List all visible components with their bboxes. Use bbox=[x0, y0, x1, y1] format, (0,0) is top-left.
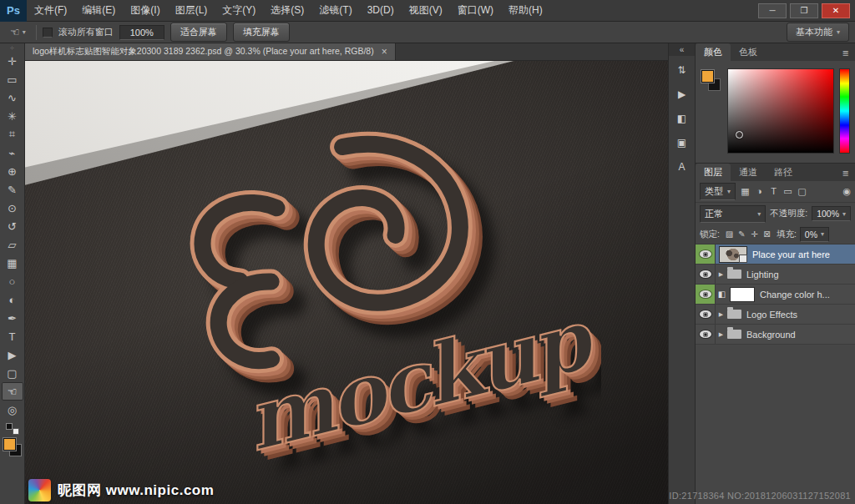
shape-filter-icon[interactable]: ▭ bbox=[781, 186, 795, 197]
menu-item[interactable]: 选择(S) bbox=[263, 0, 311, 21]
menu-item[interactable]: 视图(V) bbox=[402, 0, 450, 21]
panel-color-swatches bbox=[701, 68, 722, 155]
lock-pixels-icon[interactable]: ✎ bbox=[736, 229, 748, 239]
lock-transparency-icon[interactable]: ▨ bbox=[723, 229, 736, 239]
history-brush-tool[interactable]: ↺ bbox=[2, 217, 23, 235]
default-bg-chip bbox=[13, 428, 19, 435]
filter-toggle-icon[interactable]: ◉ bbox=[842, 186, 851, 197]
workspace-switcher[interactable]: 基本功能 ▾ bbox=[787, 23, 849, 42]
hand-tool[interactable]: ☜ bbox=[2, 382, 23, 401]
panel-menu-icon[interactable]: ≣ bbox=[837, 48, 855, 61]
layer-list: Place your art here▶Lighting◧Change colo… bbox=[696, 244, 855, 504]
zoom-tool[interactable]: ◎ bbox=[2, 401, 23, 419]
canvas-viewport[interactable]: mockup mockup mockup mockup mockup bbox=[25, 61, 668, 504]
eyedropper-tool[interactable]: ⌁ bbox=[2, 144, 23, 162]
document-tab[interactable]: logo样机标志贴图智能对象20300 3189 2362.psd @ 30.3… bbox=[25, 43, 396, 60]
visibility-toggle[interactable] bbox=[696, 325, 716, 344]
maximize-button[interactable]: ❐ bbox=[790, 3, 818, 18]
shape-tool[interactable]: ▢ bbox=[2, 364, 23, 382]
layer-kind-filter[interactable]: 类型 ▾ bbox=[700, 183, 736, 200]
fill-field[interactable]: 0% ▾ bbox=[800, 227, 829, 242]
layer-row[interactable]: Place your art here bbox=[696, 244, 855, 265]
fill-screen-button[interactable]: 填充屏幕 bbox=[233, 23, 290, 42]
type-filter-icon[interactable]: T bbox=[766, 186, 781, 197]
brush-tool[interactable]: ✎ bbox=[2, 180, 23, 199]
lock-position-icon[interactable]: ✛ bbox=[748, 229, 761, 239]
healing-brush-tool[interactable]: ⊕ bbox=[2, 162, 23, 180]
actions-panel-icon[interactable]: ▶ bbox=[671, 84, 693, 104]
visibility-toggle[interactable] bbox=[696, 305, 716, 324]
visibility-toggle[interactable] bbox=[696, 285, 716, 304]
path-selection-tool[interactable]: ▶ bbox=[2, 345, 23, 364]
gradient-tool[interactable]: ▦ bbox=[2, 254, 23, 272]
layers-panel-tab[interactable]: 图层 bbox=[696, 164, 731, 181]
smart-object-thumbnail[interactable] bbox=[719, 246, 747, 263]
fit-screen-button[interactable]: 适合屏幕 bbox=[170, 23, 227, 42]
menu-item[interactable]: 编辑(E) bbox=[74, 0, 123, 21]
scroll-all-windows-checkbox[interactable] bbox=[43, 28, 53, 38]
layer-row[interactable]: ◧Change color h... bbox=[696, 285, 855, 305]
adjustment-filter-icon[interactable]: ◑ bbox=[752, 186, 766, 197]
close-tab-icon[interactable]: × bbox=[382, 47, 387, 57]
color-cursor[interactable] bbox=[736, 131, 743, 139]
visibility-toggle[interactable] bbox=[696, 265, 716, 284]
styles-panel-icon[interactable]: ▣ bbox=[671, 133, 693, 153]
move-tool[interactable]: ✛ bbox=[2, 52, 23, 70]
foreground-color-swatch[interactable] bbox=[701, 70, 714, 83]
layers-panel-tab[interactable]: 路径 bbox=[766, 164, 801, 181]
expand-arrow-icon[interactable]: ▶ bbox=[716, 271, 726, 278]
adjustments-panel-icon[interactable]: ◧ bbox=[671, 108, 693, 129]
menu-item[interactable]: 图像(I) bbox=[123, 0, 167, 21]
menu-item[interactable]: 帮助(H) bbox=[501, 0, 550, 21]
visibility-toggle[interactable] bbox=[696, 244, 716, 264]
layer-row[interactable]: ▶Lighting bbox=[696, 265, 855, 285]
opacity-label: 不透明度: bbox=[770, 208, 807, 219]
character-panel-icon[interactable]: A bbox=[671, 157, 693, 177]
smart-object-filter-icon[interactable]: ▢ bbox=[795, 186, 809, 197]
menu-item[interactable]: 窗口(W) bbox=[450, 0, 501, 21]
lock-all-icon[interactable]: ⊠ bbox=[761, 229, 773, 239]
menu-item[interactable]: 滤镜(T) bbox=[311, 0, 359, 21]
toolbar-grip[interactable]: ⁘ bbox=[10, 44, 15, 52]
clone-stamp-tool[interactable]: ⊙ bbox=[2, 199, 23, 217]
close-button[interactable]: ✕ bbox=[822, 3, 850, 18]
pixel-filter-icon[interactable]: ▦ bbox=[738, 186, 752, 197]
opacity-field[interactable]: 100% ▾ bbox=[812, 206, 851, 221]
eye-icon bbox=[700, 290, 711, 298]
blend-mode-select[interactable]: 正常 ▾ bbox=[700, 205, 766, 223]
color-panel-tab[interactable]: 色板 bbox=[731, 43, 766, 61]
menu-item[interactable]: 文字(Y) bbox=[215, 0, 263, 21]
expand-arrow-icon[interactable]: ▶ bbox=[716, 311, 726, 318]
expand-arrow-icon[interactable]: ▶ bbox=[716, 331, 726, 338]
hue-slider[interactable] bbox=[839, 68, 850, 154]
zoom-value-field[interactable]: 100% bbox=[119, 25, 164, 40]
kind-filter-label: 类型 bbox=[705, 185, 723, 198]
tool-preset-picker[interactable]: ☜ ▾ bbox=[6, 24, 30, 40]
layer-row[interactable]: ▶Logo Effects bbox=[696, 305, 855, 325]
pen-tool[interactable]: ✒ bbox=[2, 309, 23, 327]
saturation-brightness-field[interactable] bbox=[727, 68, 834, 154]
color-panel-tab[interactable]: 颜色 bbox=[696, 43, 731, 61]
quick-selection-tool[interactable]: ✳ bbox=[2, 107, 23, 125]
expand-panels-button[interactable]: « bbox=[669, 43, 695, 56]
color-fill-thumbnail[interactable] bbox=[730, 287, 755, 302]
default-colors-icon[interactable] bbox=[6, 423, 19, 435]
foreground-color-swatch[interactable] bbox=[3, 438, 16, 451]
menu-item[interactable]: 3D(D) bbox=[360, 0, 402, 21]
menu-item[interactable]: 文件(F) bbox=[27, 0, 74, 21]
lasso-tool[interactable]: ∿ bbox=[2, 88, 23, 107]
crop-tool[interactable]: ⌗ bbox=[2, 125, 23, 144]
minimize-button[interactable]: ─ bbox=[758, 3, 787, 18]
dodge-tool[interactable]: ◐ bbox=[2, 290, 23, 309]
marquee-tool[interactable]: ▭ bbox=[2, 70, 23, 88]
properties-panel-icon[interactable]: ⇅ bbox=[671, 60, 693, 80]
chevron-down-icon: ▾ bbox=[821, 230, 824, 238]
panel-menu-icon[interactable]: ≣ bbox=[837, 169, 855, 181]
layer-row[interactable]: ▶Background bbox=[696, 325, 855, 345]
type-tool[interactable]: T bbox=[2, 327, 23, 345]
eraser-tool[interactable]: ▱ bbox=[2, 235, 23, 254]
chevron-down-icon: ▾ bbox=[837, 28, 840, 36]
blur-tool[interactable]: ○ bbox=[2, 272, 23, 290]
menu-item[interactable]: 图层(L) bbox=[168, 0, 215, 21]
layers-panel-tab[interactable]: 通道 bbox=[731, 164, 766, 181]
